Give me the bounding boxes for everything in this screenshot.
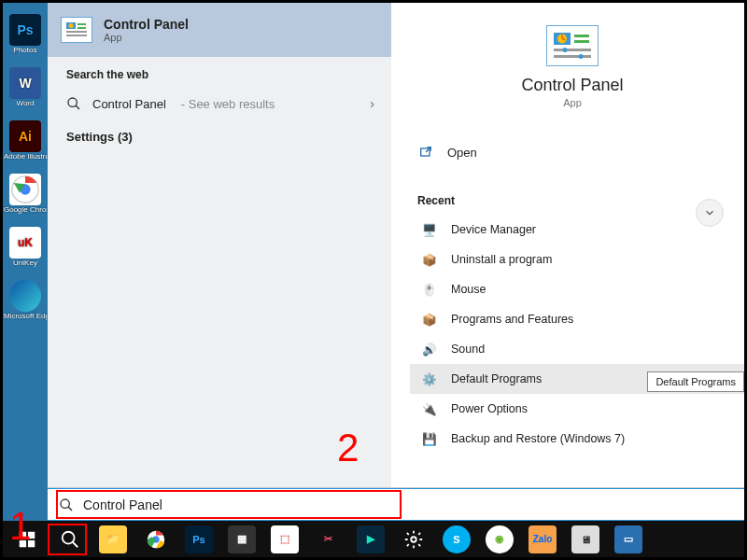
recent-item-sound[interactable]: 🔊Sound (417, 334, 727, 364)
svg-point-9 (68, 98, 77, 106)
tooltip: Default Programs (647, 371, 744, 392)
taskbar-settings[interactable] (393, 523, 434, 556)
taskbar-calculator[interactable]: ▦ (221, 523, 262, 556)
taskbar: 📁 Ps ▦ ⬚ ✂ ▶ S ◉ Zalo 🖥 ▭ (3, 521, 744, 557)
search-results-left: Control Panel App Search the web Control… (48, 3, 391, 487)
default-programs-icon: ⚙️ (421, 371, 438, 387)
programs-icon: 📦 (421, 311, 438, 328)
svg-line-28 (73, 541, 78, 547)
svg-rect-6 (78, 27, 86, 29)
taskbar-skype[interactable]: S (436, 523, 477, 556)
desktop-icon-word[interactable]: WWord (3, 56, 48, 107)
svg-rect-8 (66, 35, 87, 36)
desktop-icon-edge[interactable]: Microsoft Edge (3, 269, 48, 320)
recent-item-programs[interactable]: 📦Programs and Features (417, 304, 727, 334)
search-bar[interactable] (48, 488, 744, 521)
recent-item-power[interactable]: 🔌Power Options (417, 394, 727, 424)
recent-item-backup[interactable]: 💾Backup and Restore (Windows 7) (417, 424, 727, 454)
search-results-popup: Control Panel App Search the web Control… (48, 3, 744, 488)
taskbar-explorer[interactable]: 📁 (92, 523, 134, 556)
svg-rect-15 (574, 40, 589, 43)
search-detail-pane: Control Panel App Open Recent 🖥️Device M… (391, 3, 744, 487)
svg-rect-14 (574, 35, 589, 37)
taskbar-search-button[interactable] (49, 523, 91, 556)
settings-results-header[interactable]: Settings (3) (48, 120, 391, 153)
desktop-icon-unikey[interactable]: uKUniKey (3, 216, 48, 267)
best-match-subtitle: App (104, 32, 189, 43)
svg-point-31 (411, 537, 416, 542)
device-manager-icon: 🖥️ (421, 221, 438, 238)
desktop-area: PsPhotos WWord AiAdobe Illustrator Googl… (3, 3, 48, 521)
recent-header: Recent (417, 194, 727, 207)
chevron-right-icon: › (370, 96, 374, 111)
search-web-header: Search the web (48, 57, 391, 87)
taskbar-app1[interactable]: ⬚ (264, 523, 305, 556)
control-panel-icon (61, 17, 92, 43)
desktop-icon-photoshop[interactable]: PsPhotos (3, 3, 48, 54)
search-input[interactable] (83, 497, 733, 512)
svg-rect-18 (554, 55, 591, 58)
svg-rect-16 (554, 49, 591, 51)
svg-line-10 (76, 105, 79, 109)
svg-point-19 (579, 54, 584, 59)
recent-item-uninstall[interactable]: 📦Uninstall a program (417, 245, 727, 274)
search-icon (66, 96, 81, 111)
svg-point-21 (61, 499, 69, 508)
svg-point-27 (63, 531, 75, 543)
desktop-icon-chrome[interactable]: Google Chrome (3, 162, 48, 214)
taskbar-coccoc[interactable]: ◉ (479, 523, 520, 556)
annotation-number-1: 1 (9, 504, 31, 549)
uninstall-icon: 📦 (421, 251, 438, 268)
taskbar-zalo[interactable]: Zalo (522, 523, 563, 556)
svg-point-4 (69, 23, 74, 28)
svg-rect-5 (78, 23, 86, 25)
open-action[interactable]: Open (417, 136, 727, 168)
recent-item-mouse[interactable]: 🖱️Mouse (417, 274, 727, 304)
taskbar-pc[interactable]: 🖥 (565, 523, 606, 556)
search-web-item[interactable]: Control Panel - See web results › (48, 87, 391, 120)
svg-line-22 (68, 507, 72, 511)
best-match-title: Control Panel (104, 17, 189, 32)
best-match-row[interactable]: Control Panel App (48, 3, 391, 57)
taskbar-filmora[interactable]: ▶ (350, 523, 391, 556)
svg-rect-7 (66, 31, 87, 33)
svg-point-17 (563, 48, 568, 52)
desktop-icon-illustrator[interactable]: AiAdobe Illustrator (3, 109, 48, 161)
annotation-number-2: 2 (337, 426, 359, 470)
sound-icon: 🔊 (421, 341, 438, 357)
power-icon: 🔌 (421, 400, 438, 417)
taskbar-photoshop[interactable]: Ps (178, 523, 219, 556)
open-icon (417, 144, 434, 161)
detail-title: Control Panel (417, 76, 727, 95)
backup-icon: 💾 (421, 430, 438, 447)
control-panel-large-icon (546, 25, 599, 66)
mouse-icon: 🖱️ (421, 281, 438, 298)
recent-item-device-manager[interactable]: 🖥️Device Manager (417, 215, 727, 245)
taskbar-snip[interactable]: ✂ (307, 523, 348, 556)
taskbar-id[interactable]: ▭ (608, 523, 649, 556)
detail-subtitle: App (417, 97, 727, 108)
search-icon (59, 497, 74, 512)
taskbar-chrome[interactable] (135, 523, 176, 556)
